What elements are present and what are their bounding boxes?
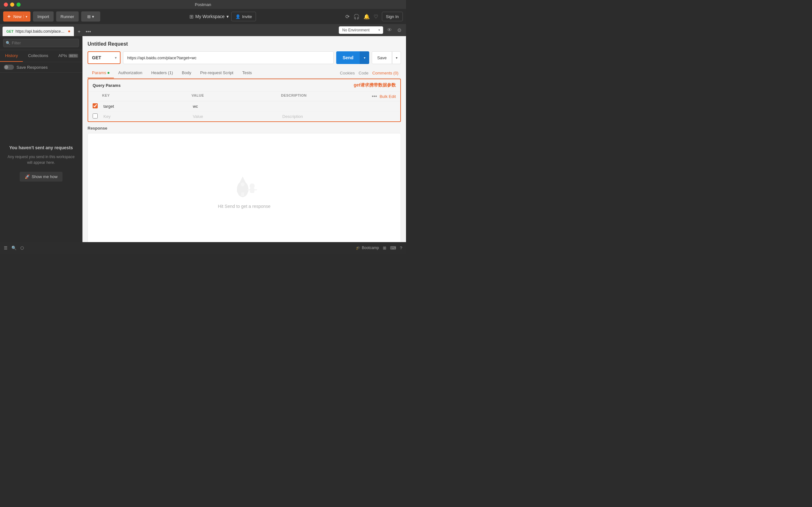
request-area: Untitled Request GET POST PUT DELETE Sen… <box>83 36 406 253</box>
sidebar-tab-collections[interactable]: Collections <box>23 50 53 62</box>
url-input[interactable] <box>123 51 334 64</box>
request-tabs-right: Cookies Code Comments (0) <box>340 71 401 75</box>
req-tab-body[interactable]: Body <box>177 68 196 78</box>
comments-link[interactable]: Comments (0) <box>372 71 398 75</box>
save-responses-label: Save Responses <box>16 65 48 70</box>
save-responses-toggle[interactable] <box>4 65 14 70</box>
keyboard-icon[interactable]: ⌨ <box>390 245 396 250</box>
row2-key-input[interactable] <box>102 113 192 119</box>
svg-rect-2 <box>237 187 240 192</box>
notification-icon[interactable]: 🔔 <box>363 14 370 20</box>
response-hint: Hit Send to get a response <box>218 204 270 209</box>
rocket-icon: 🚀 <box>25 174 30 179</box>
save-dropdown-button[interactable]: ▾ <box>392 51 401 64</box>
environment-select[interactable]: No Environment <box>339 26 383 34</box>
add-tab-button[interactable]: + <box>76 28 83 35</box>
show-me-button[interactable]: 🚀 Show me how <box>20 172 63 181</box>
row2-checkbox[interactable] <box>93 113 98 118</box>
status-bar-left: ☰ 🔍 ⬡ <box>4 245 24 250</box>
req-tab-params[interactable]: Params <box>88 68 114 78</box>
sync-icon[interactable]: ⟳ <box>345 14 350 20</box>
row2-desc-cell <box>281 113 370 119</box>
params-active-dot <box>107 72 109 74</box>
new-label: New <box>13 14 21 19</box>
send-button[interactable]: Send <box>336 51 360 64</box>
close-button[interactable] <box>4 3 8 7</box>
search-input-wrap: 🔍 <box>3 39 79 47</box>
cookies-link[interactable]: Cookies <box>340 71 355 75</box>
layout-icon[interactable]: ⊞ <box>383 245 386 250</box>
query-params-label: Query Params <box>93 83 120 88</box>
search-status-icon[interactable]: 🔍 <box>11 245 16 250</box>
import-button[interactable]: Import <box>33 11 54 21</box>
eye-icon-button[interactable]: 👁 <box>386 26 393 34</box>
beta-badge: BETA <box>68 54 78 58</box>
workspace-button[interactable]: ⊞ My Workspace ▾ <box>189 14 229 20</box>
env-controls: No Environment 👁 ⚙ <box>339 26 406 35</box>
builder-button[interactable]: ⊞ ▾ <box>81 11 100 21</box>
row2-desc-input[interactable] <box>281 113 370 119</box>
rocket-illustration <box>229 173 260 199</box>
tab-more-button[interactable]: ••• <box>84 28 93 35</box>
sidebar-tab-history[interactable]: History <box>0 50 23 62</box>
response-empty-state: Hit Send to get a response <box>218 173 270 209</box>
tab-url-text: https://api.baidu.com/place?tar... <box>15 29 66 34</box>
method-select-wrap: GET POST PUT DELETE <box>88 51 120 64</box>
tab-env-row: GET https://api.baidu.com/place?tar... +… <box>0 24 406 36</box>
response-label: Response <box>88 126 401 130</box>
search-input[interactable] <box>3 39 79 47</box>
req-tab-tests[interactable]: Tests <box>238 68 256 78</box>
search-icon: 🔍 <box>6 41 10 45</box>
value-col-header: VALUE <box>192 94 281 99</box>
help-icon[interactable]: ? <box>400 245 402 250</box>
svg-point-4 <box>241 182 245 186</box>
no-requests-title: You haven't sent any requests <box>9 145 73 150</box>
save-button-wrap: Save ▾ <box>372 51 401 64</box>
headphones-icon[interactable]: 🎧 <box>353 14 360 20</box>
req-tab-headers[interactable]: Headers (1) <box>147 68 177 78</box>
tests-tab-label: Tests <box>242 70 252 75</box>
workspace-grid-icon: ⊞ <box>189 14 194 20</box>
settings-icon-button[interactable]: ⚙ <box>396 26 403 35</box>
history-tab-label: History <box>5 53 18 58</box>
builder-icon: ⊞ <box>87 14 91 19</box>
toolbar-right: ⟳ 🎧 🔔 ♡ Sign In <box>345 12 403 21</box>
key-col-header: KEY <box>102 94 192 99</box>
params-more-button[interactable]: ••• <box>372 94 377 99</box>
method-select[interactable]: GET POST PUT DELETE <box>88 51 120 64</box>
new-dropdown-icon[interactable]: ▾ <box>23 15 27 18</box>
runner-button[interactable]: Runner <box>56 11 79 21</box>
req-tab-pre-request[interactable]: Pre-request Script <box>196 68 238 78</box>
headers-tab-label: Headers (1) <box>151 70 173 75</box>
row1-value-input[interactable] <box>192 103 281 109</box>
no-requests-desc: Any request you send in this workspace w… <box>6 154 76 165</box>
sidebar-toggle-icon[interactable]: ☰ <box>4 245 8 250</box>
row1-checkbox[interactable] <box>93 103 98 108</box>
send-dropdown-button[interactable]: ▾ <box>360 51 369 64</box>
row1-desc-cell <box>281 103 370 109</box>
heart-icon[interactable]: ♡ <box>374 14 378 20</box>
row1-desc-input[interactable] <box>281 103 370 109</box>
status-bar: ☰ 🔍 ⬡ 🎓 Bootcamp ⊞ ⌨ ? <box>0 242 406 253</box>
row2-value-input[interactable] <box>192 113 281 119</box>
svg-rect-7 <box>250 188 254 193</box>
sidebar-tab-apis[interactable]: APIs BETA <box>53 50 83 62</box>
bootcamp-button[interactable]: 🎓 Bootcamp <box>356 245 379 250</box>
workspace-chevron-icon: ▾ <box>226 14 229 19</box>
req-tab-authorization[interactable]: Authorization <box>114 68 147 78</box>
save-button[interactable]: Save <box>372 51 392 64</box>
maximize-button[interactable] <box>16 3 20 7</box>
new-button[interactable]: ＋ New ▾ <box>3 11 31 21</box>
row1-key-input[interactable] <box>102 103 192 109</box>
row1-value-cell <box>192 103 281 109</box>
console-icon[interactable]: ⬡ <box>20 245 24 250</box>
request-tab[interactable]: GET https://api.baidu.com/place?tar... <box>3 26 74 36</box>
sign-in-button[interactable]: Sign In <box>382 12 403 21</box>
minimize-button[interactable] <box>10 3 14 7</box>
bulk-edit-button[interactable]: Bulk Edit <box>380 94 396 99</box>
table-row <box>88 112 400 121</box>
check-col-header <box>93 94 102 99</box>
status-bar-right: 🎓 Bootcamp ⊞ ⌨ ? <box>356 245 402 250</box>
code-link[interactable]: Code <box>359 71 368 75</box>
invite-button[interactable]: 👤 Invite <box>231 12 256 21</box>
